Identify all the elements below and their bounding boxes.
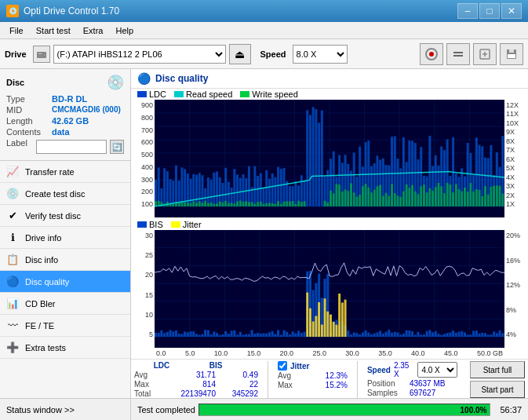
jitter-stats: Jitter Avg 12.3% Max 15.2% (278, 361, 348, 398)
legend-jitter: Jitter (171, 220, 202, 229)
jitter-avg-value: 12.3% (308, 371, 348, 380)
sidebar-item-fe-te[interactable]: 〰 FE / TE (0, 315, 130, 337)
lower-chart-area (155, 230, 504, 348)
jitter-header: Jitter (290, 362, 309, 371)
speed-stat-label: Speed (367, 366, 391, 374)
minimize-button[interactable]: – (457, 3, 478, 19)
status-window-button[interactable]: Status window >> (0, 399, 131, 420)
max-label: Max (134, 380, 162, 389)
stats-headers: LDC BIS (134, 361, 258, 370)
jitter-avg-row: Avg 12.3% (278, 371, 348, 380)
status-bar: Status window >> Test completed 100.0% 5… (0, 398, 528, 420)
sidebar-item-label: Create test disc (25, 189, 85, 199)
legend-read-speed: Read speed (174, 89, 232, 99)
legend-write-speed: Write speed (240, 89, 298, 99)
disc-contents-value: data (52, 127, 70, 137)
jitter-header-row: Jitter (278, 361, 348, 371)
drive-select[interactable]: (F:) ATAPI iHBS112 2 PL06 (53, 45, 226, 64)
position-label: Position (367, 379, 406, 388)
title-bar-controls: – □ ✕ (457, 3, 522, 19)
start-full-button[interactable]: Start full (470, 361, 525, 378)
speed-stat-select[interactable]: 4.0 X (417, 362, 457, 378)
jitter-color-swatch (171, 221, 180, 228)
disc-label-label: Label (6, 138, 36, 154)
lower-chart-wrapper: 30252015105 20%16%12%8%4% (131, 230, 528, 348)
disc-info-icon: 📋 (6, 254, 19, 266)
total-label: Total (134, 389, 162, 398)
stats-divider-2 (357, 361, 358, 398)
disc-icon: 💿 (107, 74, 124, 91)
position-row: Position 43637 MB (367, 379, 457, 388)
disc-label-row: Label 🔄 (6, 138, 124, 154)
sidebar-item-label: Verify test disc (25, 211, 81, 221)
sidebar-item-create-test-disc[interactable]: 💿 Create test disc (0, 183, 130, 205)
disc-length-row: Length 42.62 GB (6, 116, 124, 126)
status-window-label: Status window >> (6, 405, 75, 415)
read-speed-legend-label: Read speed (186, 89, 232, 99)
sidebar-item-disc-info[interactable]: 📋 Disc info (0, 249, 130, 271)
avg-label: Avg (134, 371, 162, 379)
status-time: 56:37 (500, 405, 522, 415)
upper-chart-canvas (155, 100, 504, 217)
legend-ldc: LDC (137, 89, 166, 99)
sidebar-item-label: CD Bler (25, 299, 56, 309)
disc-contents-row: Contents data (6, 127, 124, 137)
start-part-button[interactable]: Start part (470, 381, 525, 398)
speed-position-stats: Speed 2.35 X 4.0 X Position 43637 MB Sam… (367, 361, 457, 398)
bis-legend-label: BIS (149, 220, 163, 229)
toolbar-btn-3[interactable] (473, 43, 497, 65)
main-area: Disc 💿 Type BD-R DL MID CMCMAGDI6 (000) … (0, 69, 528, 398)
ldc-max-value: 814 (165, 380, 216, 389)
jitter-max-value: 15.2% (308, 381, 348, 389)
position-value: 43637 MB (410, 379, 446, 388)
disc-quality-icon: 🔵 (6, 276, 19, 288)
sidebar-item-label: Drive info (25, 233, 61, 243)
sidebar-item-cd-bler[interactable]: 📊 CD Bler (0, 293, 130, 315)
sidebar-item-disc-quality[interactable]: 🔵 Disc quality (0, 271, 130, 293)
maximize-button[interactable]: □ (479, 3, 500, 19)
disc-label-input[interactable] (36, 140, 107, 154)
sidebar-item-extra-tests[interactable]: ➕ Extra tests (0, 337, 130, 359)
stats-area: LDC BIS Avg 31.71 0.49 Max 814 22 Total … (131, 359, 528, 398)
toolbar: Drive (F:) ATAPI iHBS112 2 PL06 ⏏ Speed … (0, 39, 528, 69)
progress-bar-fill (199, 404, 490, 415)
disc-label-refresh-button[interactable]: 🔄 (110, 140, 124, 154)
lower-chart-canvas (155, 230, 504, 348)
sidebar-item-drive-info[interactable]: ℹ Drive info (0, 227, 130, 249)
bis-header: BIS (192, 361, 239, 370)
bis-max-value: 22 (219, 380, 258, 389)
jitter-checkbox[interactable] (278, 361, 287, 371)
speed-select[interactable]: 8.0 X (293, 45, 348, 64)
eject-button[interactable]: ⏏ (229, 44, 251, 64)
upper-chart-wrapper: 900800700600500400300200100 12X11X10X9X8… (131, 100, 528, 217)
disc-quality-header-icon: 🔵 (137, 72, 151, 85)
menu-help[interactable]: Help (109, 24, 140, 37)
ldc-total-value: 22139470 (165, 389, 216, 398)
save-button[interactable] (500, 43, 523, 65)
bis-total-value: 345292 (219, 389, 258, 398)
bis-avg-value: 0.49 (219, 371, 258, 379)
svg-rect-8 (508, 54, 515, 58)
transfer-rate-icon: 📈 (6, 166, 19, 178)
sidebar-menu: 📈 Transfer rate 💿 Create test disc ✔ Ver… (0, 161, 130, 398)
sidebar-item-label: Extra tests (25, 343, 66, 352)
disc-info-panel: Disc 💿 Type BD-R DL MID CMCMAGDI6 (000) … (0, 69, 130, 161)
disc-length-value: 42.62 GB (52, 116, 89, 126)
sidebar-item-label: FE / TE (25, 321, 54, 331)
drive-label: Drive (5, 49, 27, 59)
sidebar-item-verify-test-disc[interactable]: ✔ Verify test disc (0, 205, 130, 227)
toolbar-btn-1[interactable] (420, 43, 443, 65)
menu-file[interactable]: File (3, 24, 30, 37)
ldc-header: LDC (134, 361, 189, 370)
samples-label: Samples (367, 389, 406, 397)
bis-color-swatch (137, 221, 147, 228)
upper-chart-legend: LDC Read speed Write speed (131, 89, 528, 100)
close-button[interactable]: ✕ (501, 3, 522, 19)
toolbar-btn-2[interactable] (446, 43, 470, 65)
jitter-legend-label: Jitter (183, 220, 202, 229)
sidebar-item-label: Transfer rate (25, 167, 75, 177)
menu-extra[interactable]: Extra (77, 24, 110, 37)
sidebar-item-transfer-rate[interactable]: 📈 Transfer rate (0, 161, 130, 183)
menu-start-test[interactable]: Start test (30, 24, 77, 37)
progress-percent: 100.0% (461, 405, 487, 414)
